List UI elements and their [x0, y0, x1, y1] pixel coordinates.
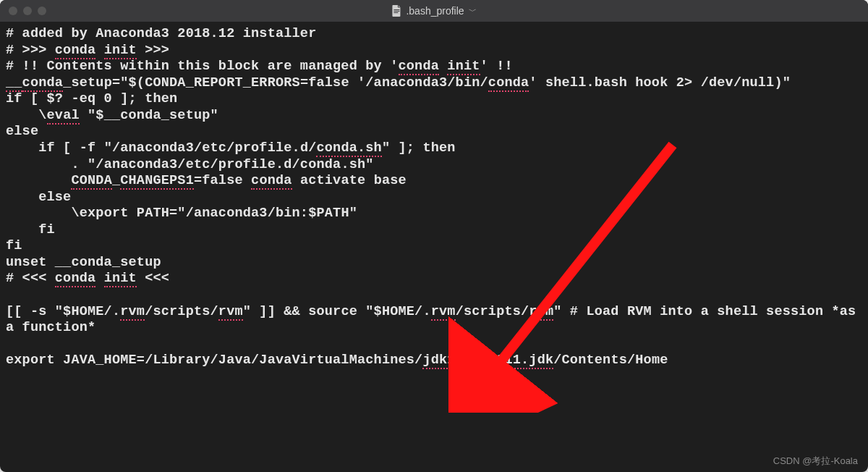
text-segment: [95, 271, 103, 286]
svg-rect-0: [393, 9, 399, 10]
text-segment: "$__conda_setup": [80, 108, 218, 123]
text-segment: \export PATH="/anaconda3/bin:$PATH": [6, 206, 357, 221]
spellcheck-squiggle: conda: [399, 59, 440, 75]
spellcheck-squiggle: rvm: [431, 304, 456, 321]
text-segment: =false: [194, 173, 251, 188]
code-line[interactable]: # !! Contents within this block are mana…: [6, 59, 862, 75]
minimize-icon[interactable]: [23, 7, 32, 15]
code-line[interactable]: if [ -f "/anaconda3/etc/profile.d/conda.…: [6, 140, 862, 157]
text-segment: [95, 43, 103, 58]
code-line[interactable]: fi: [6, 222, 862, 239]
spellcheck-squiggle: eval: [47, 108, 80, 125]
editor-window: .bash_profile ﹀ # added by Anaconda3 201…: [0, 0, 868, 472]
code-line[interactable]: [[ -s "$HOME/.rvm/scripts/rvm" ]] && sou…: [6, 304, 862, 337]
text-segment: else: [6, 190, 71, 205]
window-controls: [9, 7, 46, 15]
text-segment: [439, 59, 447, 74]
text-segment: else: [6, 124, 38, 139]
spellcheck-squiggle: conda: [251, 173, 292, 190]
code-line[interactable]: # added by Anaconda3 2018.12 installer: [6, 26, 862, 43]
code-line[interactable]: fi: [6, 238, 862, 255]
text-segment: [[ -s "$HOME/.: [6, 304, 120, 319]
text-editor[interactable]: # added by Anaconda3 2018.12 installer# …: [0, 22, 868, 376]
text-segment: if [ -f "/anaconda3/etc/profile.d/: [6, 140, 316, 156]
code-line[interactable]: if [ $? -eq 0 ]; then: [6, 91, 862, 108]
svg-rect-2: [393, 12, 398, 13]
text-segment: ' shell.bash hook 2> /dev/null)": [529, 75, 791, 90]
text-segment: [6, 337, 14, 352]
chevron-down-icon[interactable]: ﹀: [469, 6, 477, 17]
zoom-icon[interactable]: [38, 7, 46, 15]
titlebar[interactable]: .bash_profile ﹀: [0, 0, 868, 22]
watermark: CSDN @考拉-Koala: [773, 455, 858, 468]
text-segment: . "/anaconda3/etc/profile.d/conda.sh": [6, 157, 374, 172]
spellcheck-squiggle: conda: [55, 43, 96, 59]
text-segment: <<<: [137, 271, 169, 286]
spellcheck-squiggle: conda.sh: [316, 140, 381, 157]
svg-rect-1: [393, 11, 399, 12]
spellcheck-squiggle: rvm: [218, 304, 243, 321]
text-segment: " ]] && source "$HOME/.: [243, 304, 431, 319]
code-line[interactable]: . "/anaconda3/etc/profile.d/conda.sh": [6, 157, 862, 174]
text-segment: _setup="$(CONDA_REPORT_ERRORS=false '/an…: [63, 75, 488, 90]
code-line[interactable]: \eval "$__conda_setup": [6, 108, 862, 125]
text-segment: [6, 173, 71, 188]
code-line[interactable]: __conda_setup="$(CONDA_REPORT_ERRORS=fal…: [6, 75, 862, 92]
text-segment: # <<<: [6, 271, 55, 286]
code-line[interactable]: CONDA_CHANGEPS1=false conda activate bas…: [6, 173, 862, 190]
spellcheck-squiggle: 211.jdk: [496, 353, 553, 369]
spellcheck-squiggle: init: [447, 59, 480, 75]
spellcheck-squiggle: rvm: [529, 304, 553, 321]
code-line[interactable]: [6, 287, 862, 304]
spellcheck-squiggle: init: [104, 271, 137, 287]
text-segment: /scripts/: [145, 304, 218, 319]
spellcheck-squiggle: conda: [22, 75, 64, 92]
text-segment: # !! Contents within this block are mana…: [6, 59, 399, 74]
code-line[interactable]: export JAVA_HOME=/Library/Java/JavaVirtu…: [6, 353, 862, 369]
text-segment: # >>>: [6, 43, 55, 58]
text-segment: [6, 287, 14, 303]
text-segment: activate base: [292, 173, 407, 188]
text-segment: " ]; then: [382, 140, 456, 156]
text-segment: /scripts/: [456, 304, 529, 319]
spellcheck-squiggle: conda: [55, 271, 96, 287]
close-icon[interactable]: [9, 7, 17, 15]
spellcheck-squiggle: jdk1.8.0: [422, 353, 488, 369]
spellcheck-squiggle: __: [6, 75, 22, 92]
text-segment: export JAVA_HOME=/Library/Java/JavaVirtu…: [6, 353, 422, 368]
text-segment: >>>: [137, 43, 169, 58]
text-segment: \: [6, 108, 47, 123]
spellcheck-squiggle: conda: [488, 75, 529, 92]
code-line[interactable]: else: [6, 124, 862, 140]
code-line[interactable]: # <<< conda init <<<: [6, 271, 862, 287]
document-icon: [391, 5, 401, 17]
text-segment: fi: [6, 238, 22, 253]
spellcheck-squiggle: init: [104, 43, 137, 59]
text-segment: unset __conda_setup: [6, 255, 161, 270]
filename-label: .bash_profile: [406, 5, 464, 17]
text-segment: _: [488, 353, 496, 368]
spellcheck-squiggle: rvm: [120, 304, 145, 321]
text-segment: _: [112, 173, 120, 188]
text-segment: if [ $? -eq 0 ]; then: [6, 91, 177, 106]
code-line[interactable]: else: [6, 190, 862, 206]
code-line[interactable]: \export PATH="/anaconda3/bin:$PATH": [6, 206, 862, 222]
text-segment: /Contents/Home: [553, 353, 668, 368]
text-segment: fi: [6, 222, 55, 237]
text-segment: ' !!: [480, 59, 513, 74]
document-title[interactable]: .bash_profile ﹀: [391, 5, 476, 17]
text-segment: # added by Anaconda3 2018.12 installer: [6, 26, 316, 41]
spellcheck-squiggle: CHANGEPS1: [120, 173, 194, 190]
spellcheck-squiggle: CONDA: [71, 173, 112, 190]
code-line[interactable]: [6, 337, 862, 353]
code-line[interactable]: # >>> conda init >>>: [6, 43, 862, 59]
code-line[interactable]: unset __conda_setup: [6, 255, 862, 271]
